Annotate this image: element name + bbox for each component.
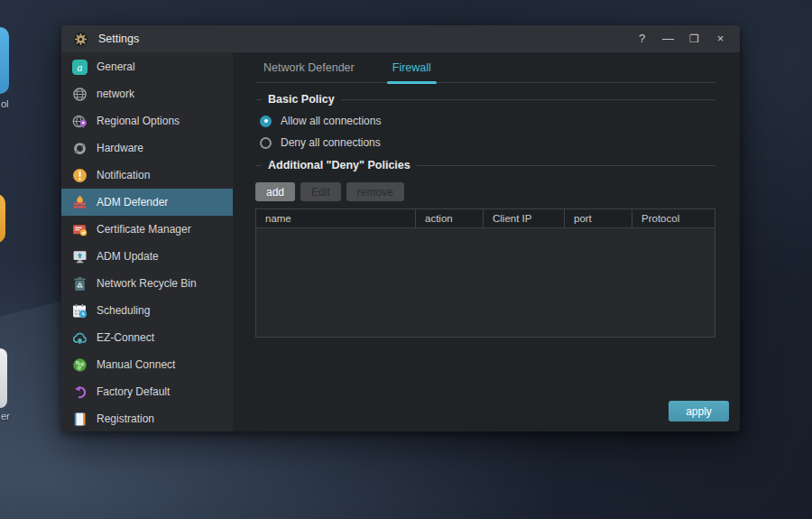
settings-sidebar: a General network Regional Options [61,52,233,431]
desktop-app-icon[interactable] [0,194,5,243]
deny-policies-table: name action Client IP port Protocol [255,209,715,338]
sidebar-item-label: ADM Update [97,250,159,263]
column-header-protocol[interactable]: Protocol [632,209,715,227]
sidebar-item-regional-options[interactable]: Regional Options [61,107,233,134]
close-icon[interactable]: × [713,25,728,52]
hardware-icon [72,141,88,156]
sidebar-item-certificate-manager[interactable]: Certificate Manager [61,216,233,243]
titlebar[interactable]: Settings ? — ❐ × [61,25,740,52]
sidebar-item-network[interactable]: network [61,80,233,107]
tab-label: Firewall [392,61,431,74]
radio-label: Allow all connections [281,115,381,127]
sidebar-item-label: Registration [97,412,154,425]
minimize-icon[interactable]: — [660,25,676,52]
sidebar-item-label: Notification [97,169,150,181]
sidebar-item-label: Certificate Manager [97,223,191,236]
sidebar-item-label: Factory Default [97,385,170,398]
edit-button[interactable]: Edit [300,182,341,201]
sidebar-item-label: EZ-Connect [97,331,154,344]
network-recycle-bin-icon [72,276,88,292]
firewall-panel: Network Defender Firewall Basic Policy A… [233,52,740,431]
window-title: Settings [98,32,139,45]
notification-icon [72,168,88,183]
column-header-action[interactable]: action [416,209,484,227]
sidebar-item-manual-connect[interactable]: Manual Connect [61,351,233,378]
factory-default-icon [72,385,88,400]
radio-label: Deny all connections [281,136,381,149]
window-controls: ? — ❐ × [634,25,728,52]
sidebar-item-label: ADM Defender [97,196,168,209]
legend-text: Basic Policy [268,93,335,106]
add-button[interactable]: add [255,182,295,201]
desktop-app-icon[interactable] [0,348,7,408]
radio-button[interactable] [260,137,272,149]
tab-firewall[interactable]: Firewall [376,52,448,82]
maximize-icon[interactable]: ❐ [687,25,702,52]
sidebar-item-network-recycle-bin[interactable]: Network Recycle Bin [61,270,233,297]
ez-connect-icon [72,330,88,346]
sidebar-item-registration[interactable]: Registration [61,405,233,432]
help-icon[interactable]: ? [634,25,650,52]
radio-allow-all-connections[interactable]: Allow all connections [260,115,715,127]
sidebar-item-adm-update[interactable]: ADM Update [61,243,233,270]
sidebar-item-factory-default[interactable]: Factory Default [61,378,233,405]
sidebar-item-label: Network Recycle Bin [97,277,197,290]
sidebar-item-ez-connect[interactable]: EZ-Connect [61,324,233,351]
column-header-port[interactable]: port [565,209,632,227]
settings-window: Settings ? — ❐ × a General network [61,25,740,431]
sidebar-item-label: Manual Connect [97,358,175,371]
radio-deny-all-connections[interactable]: Deny all connections [260,136,715,149]
sidebar-item-general[interactable]: a General [61,53,233,80]
sidebar-item-label: Hardware [97,142,143,154]
tab-label: Network Defender [263,61,355,74]
certificate-manager-icon [72,222,88,237]
desktop-app-label: ol [1,98,9,109]
tab-bar: Network Defender Firewall [255,52,715,83]
desktop-app-icon[interactable] [0,27,9,94]
network-icon [72,87,88,102]
radio-button[interactable] [260,116,272,127]
legend-text: Additional "Deny" Policies [268,159,411,171]
column-header-client-ip[interactable]: Client IP [484,209,565,227]
sidebar-item-notification[interactable]: Notification [61,162,233,189]
scheduling-icon [72,303,88,319]
apply-button[interactable]: apply [669,401,729,422]
regional-options-icon [72,114,88,129]
tab-network-defender[interactable]: Network Defender [255,52,371,82]
svg-text:a: a [78,61,83,73]
remove-button[interactable]: remove [346,182,404,201]
sidebar-item-scheduling[interactable]: Scheduling [61,297,233,324]
sidebar-item-adm-defender[interactable]: ADM Defender [61,189,233,216]
table-body-empty [256,228,715,337]
sidebar-item-label: Scheduling [97,304,150,317]
sidebar-item-hardware[interactable]: Hardware [61,134,233,162]
general-icon: a [72,60,88,75]
registration-icon [72,412,88,427]
column-header-name[interactable]: name [256,209,416,227]
policy-toolbar: add Edit remove [255,182,715,201]
desktop-app-label: er [1,411,10,422]
sidebar-item-label: General [97,60,135,73]
sidebar-item-label: network [97,88,134,100]
additional-deny-policies-legend: Additional "Deny" Policies [255,159,715,171]
settings-gear-icon [73,32,88,47]
table-header-row: name action Client IP port Protocol [256,209,715,228]
adm-defender-icon [72,195,88,210]
manual-connect-icon [72,357,88,373]
basic-policy-legend: Basic Policy [255,93,715,106]
sidebar-item-label: Regional Options [97,115,180,127]
adm-update-icon [72,249,88,264]
